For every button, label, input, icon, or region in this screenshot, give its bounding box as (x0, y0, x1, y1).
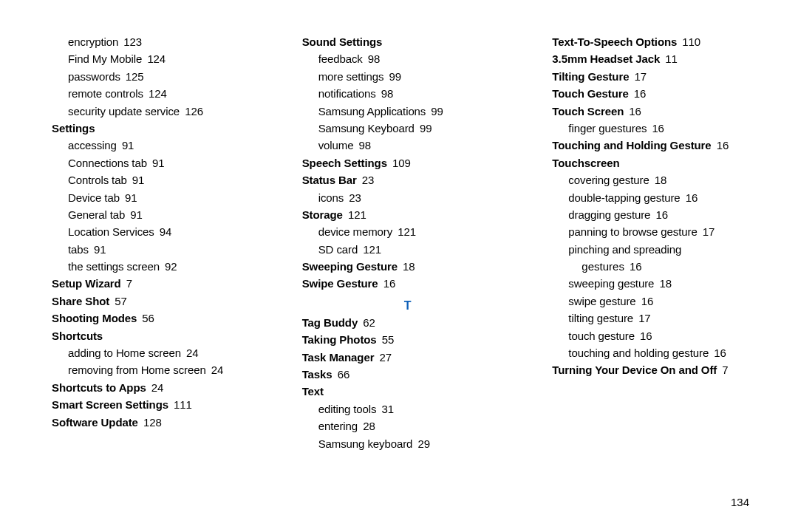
index-label: Taking Photos (302, 333, 377, 346)
index-label: Location Services (52, 223, 154, 240)
index-label: Sound Settings (302, 35, 383, 48)
index-label: Text (302, 385, 324, 398)
index-entry: swipe gesture 16 (552, 293, 764, 310)
index-page: 16 (635, 330, 652, 342)
index-entry: Controls tab 91 (52, 171, 264, 188)
index-entry: passwords 125 (52, 68, 264, 85)
index-page: 29 (412, 437, 430, 450)
index-page: 111 (168, 398, 192, 411)
index-label: Status Bar (302, 174, 357, 186)
index-page: 126 (180, 105, 203, 117)
index-columns: encryption 123Find My Mobile 124password… (0, 0, 798, 452)
index-label: tilting gesture (552, 310, 633, 327)
index-entry: Samsung Keyboard 99 (302, 120, 514, 137)
index-page: 91 (117, 139, 134, 151)
index-page: 16 (636, 295, 654, 307)
index-page: 17 (633, 312, 651, 324)
index-entry: Tilting Gesture 17 (552, 68, 764, 85)
index-label: Samsung keyboard (302, 435, 413, 452)
index-label: editing tools (302, 400, 377, 417)
index-page: 110 (677, 35, 700, 48)
index-entry: removing from Home screen 24 (52, 361, 264, 378)
index-entry: General tab 91 (52, 206, 264, 223)
index-label: feedback (302, 50, 363, 67)
index-page: 125 (120, 70, 144, 83)
index-entry: Touch Screen 16 (552, 103, 764, 120)
index-entry: Storage 121 (302, 206, 514, 223)
index-page: 23 (344, 191, 361, 204)
index-page: 18 (649, 174, 667, 186)
index-label: Setup Wizard (52, 277, 121, 290)
index-page: 16 (709, 347, 726, 359)
index-page: 16 (624, 260, 642, 273)
index-label: gestures (552, 258, 624, 275)
index-label: General tab (52, 206, 125, 223)
index-label: Settings (52, 122, 95, 134)
index-entry: Shortcuts (52, 327, 264, 344)
index-page: 24 (206, 364, 224, 376)
index-entry: dragging gesture 16 (552, 206, 764, 223)
index-entry: Task Manager 27 (302, 349, 514, 366)
index-label: Speech Settings (302, 157, 387, 169)
index-label: finger guestures (552, 120, 647, 137)
index-page: 128 (138, 416, 162, 429)
index-label: more settings (302, 68, 384, 85)
index-label: entering (302, 417, 358, 434)
index-page: 16 (650, 208, 668, 221)
index-entry: Share Shot 57 (52, 293, 264, 310)
index-label: the settings screen (52, 258, 160, 275)
index-label: Connections tab (52, 154, 147, 171)
index-label: encryption (52, 33, 118, 50)
index-entry: SD card 121 (302, 241, 514, 258)
index-entry: Sweeping Gesture 18 (302, 258, 514, 275)
index-label: Touching and Holding Gesture (552, 139, 711, 151)
index-entry: volume 98 (302, 137, 514, 154)
index-label: Swipe Gesture (302, 277, 378, 290)
index-entry: Status Bar 23 (302, 171, 514, 188)
index-label: notifications (302, 85, 376, 102)
index-label: Tag Buddy (302, 316, 358, 329)
index-entry: Settings (52, 120, 264, 137)
index-page: 124 (143, 87, 167, 100)
index-label: remote controls (52, 85, 143, 102)
index-entry: Shooting Modes 56 (52, 310, 264, 327)
index-page: 91 (89, 243, 106, 256)
index-page: 94 (154, 225, 172, 238)
index-entry: finger guestures 16 (552, 120, 764, 137)
index-label: Text-To-Speech Options (552, 35, 677, 48)
index-label: Turning Your Device On and Off (552, 364, 717, 376)
index-page: 99 (383, 70, 401, 83)
index-page: 121 (343, 208, 366, 221)
index-entry: encryption 123 (52, 33, 264, 50)
index-label: Shooting Modes (52, 312, 137, 324)
index-label: Task Manager (302, 351, 375, 364)
index-label: touching and holding gesture (552, 344, 709, 361)
index-page: 31 (376, 403, 394, 415)
index-page: 16 (378, 277, 396, 290)
index-entry: touch gesture 16 (552, 327, 764, 344)
index-label: Sweeping Gesture (302, 260, 398, 273)
index-entry: Shortcuts to Apps 24 (52, 379, 264, 396)
index-label: tabs (52, 241, 89, 258)
index-entry: Tag Buddy 62 (302, 314, 514, 331)
index-entry: Sound Settings (302, 33, 514, 50)
index-page: 98 (376, 87, 394, 100)
index-label: panning to browse gesture (552, 223, 697, 240)
index-entry: Location Services 94 (52, 223, 264, 240)
index-entry: editing tools 31 (302, 400, 514, 417)
index-entry: device memory 121 (302, 223, 514, 240)
index-entry: gestures 16 (552, 258, 764, 275)
index-entry: double-tapping gesture 16 (552, 189, 764, 206)
index-page: 7 (121, 277, 132, 290)
index-entry: Touch Gesture 16 (552, 85, 764, 102)
index-entry: Text-To-Speech Options 110 (552, 33, 764, 50)
index-page: 16 (624, 105, 641, 117)
index-entry: Taking Photos 55 (302, 331, 514, 348)
index-page: 124 (142, 52, 166, 65)
index-label: covering gesture (552, 171, 649, 188)
index-entry: Software Update 128 (52, 414, 264, 431)
index-page: 66 (332, 368, 350, 381)
index-label: Shortcuts (52, 330, 103, 342)
index-entry: more settings 99 (302, 68, 514, 85)
index-label: Tilting Gesture (552, 70, 629, 83)
